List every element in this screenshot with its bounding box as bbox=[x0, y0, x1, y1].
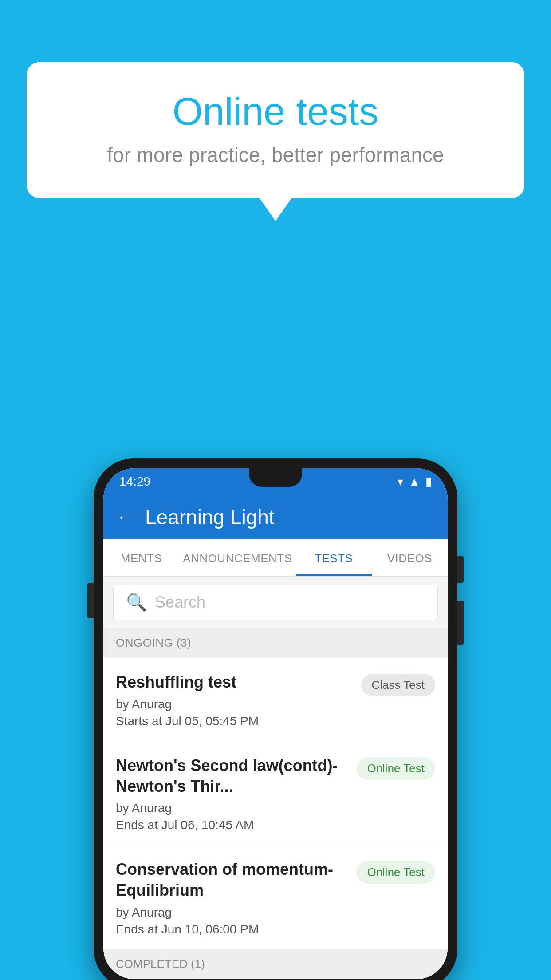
side-button-power-bottom bbox=[457, 601, 464, 645]
app-title: Learning Light bbox=[145, 505, 275, 529]
search-icon: 🔍 bbox=[126, 593, 147, 612]
badge-class-test-1: Class Test bbox=[361, 674, 435, 696]
test-item-reshuffling[interactable]: Reshuffling test by Anurag Starts at Jul… bbox=[103, 658, 448, 741]
wifi-icon: ▾ bbox=[398, 475, 403, 489]
phone-mockup: 14:29 ▾ ▲ ▮ ← Learning Light MENTS ANNOU… bbox=[94, 458, 457, 980]
search-container: 🔍 Search bbox=[103, 577, 448, 628]
test-time-conservation: Ends at Jun 10, 06:00 PM bbox=[116, 922, 349, 937]
speech-bubble-container: Online tests for more practice, better p… bbox=[27, 62, 524, 198]
tab-announcements[interactable]: ANNOUNCEMENTS bbox=[179, 539, 295, 576]
search-placeholder: Search bbox=[155, 593, 205, 612]
completed-section-header: COMPLETED (1) bbox=[103, 949, 448, 979]
status-icons: ▾ ▲ ▮ bbox=[398, 475, 432, 489]
test-name-reshuffling: Reshuffling test bbox=[116, 672, 354, 693]
test-name-conservation: Conservation of momentum-Equilibrium bbox=[116, 859, 349, 901]
test-time-newton: Ends at Jul 06, 10:45 AM bbox=[116, 818, 349, 832]
battery-icon: ▮ bbox=[425, 475, 432, 489]
tab-videos[interactable]: VIDEOS bbox=[372, 539, 448, 576]
tab-ments[interactable]: MENTS bbox=[103, 539, 179, 576]
phone-outer: 14:29 ▾ ▲ ▮ ← Learning Light MENTS ANNOU… bbox=[94, 458, 457, 980]
back-button[interactable]: ← bbox=[116, 508, 134, 526]
status-time: 14:29 bbox=[119, 474, 150, 489]
test-time-reshuffling: Starts at Jul 05, 05:45 PM bbox=[116, 714, 354, 728]
test-item-conservation[interactable]: Conservation of momentum-Equilibrium by … bbox=[103, 845, 448, 949]
search-bar[interactable]: 🔍 Search bbox=[113, 585, 438, 620]
test-author-reshuffling: by Anurag bbox=[116, 697, 354, 711]
bubble-title: Online tests bbox=[62, 89, 489, 134]
bubble-subtitle: for more practice, better performance bbox=[62, 143, 489, 167]
app-header: ← Learning Light bbox=[103, 495, 448, 539]
test-info-newton: Newton's Second law(contd)-Newton's Thir… bbox=[116, 755, 349, 833]
badge-online-test-3: Online Test bbox=[356, 861, 435, 884]
test-item-newton[interactable]: Newton's Second law(contd)-Newton's Thir… bbox=[103, 741, 448, 846]
test-author-newton: by Anurag bbox=[116, 801, 349, 815]
ongoing-section-header: ONGOING (3) bbox=[103, 628, 448, 658]
phone-screen: 14:29 ▾ ▲ ▮ ← Learning Light MENTS ANNOU… bbox=[103, 468, 448, 979]
speech-bubble: Online tests for more practice, better p… bbox=[27, 62, 524, 198]
test-info-conservation: Conservation of momentum-Equilibrium by … bbox=[116, 859, 349, 937]
test-name-newton: Newton's Second law(contd)-Newton's Thir… bbox=[116, 755, 349, 797]
tabs-bar: MENTS ANNOUNCEMENTS TESTS VIDEOS bbox=[103, 539, 448, 577]
side-button-power-top bbox=[457, 556, 464, 583]
notch bbox=[249, 468, 302, 487]
test-list: Reshuffling test by Anurag Starts at Jul… bbox=[103, 658, 448, 949]
completed-label: COMPLETED (1) bbox=[116, 957, 205, 971]
ongoing-label: ONGOING (3) bbox=[116, 636, 191, 649]
test-info-reshuffling: Reshuffling test by Anurag Starts at Jul… bbox=[116, 672, 354, 728]
status-bar: 14:29 ▾ ▲ ▮ bbox=[103, 468, 448, 495]
side-button-volume bbox=[87, 583, 94, 618]
test-author-conservation: by Anurag bbox=[116, 905, 349, 920]
tab-tests[interactable]: TESTS bbox=[296, 539, 372, 576]
signal-icon: ▲ bbox=[409, 475, 420, 489]
badge-online-test-2: Online Test bbox=[356, 757, 435, 780]
